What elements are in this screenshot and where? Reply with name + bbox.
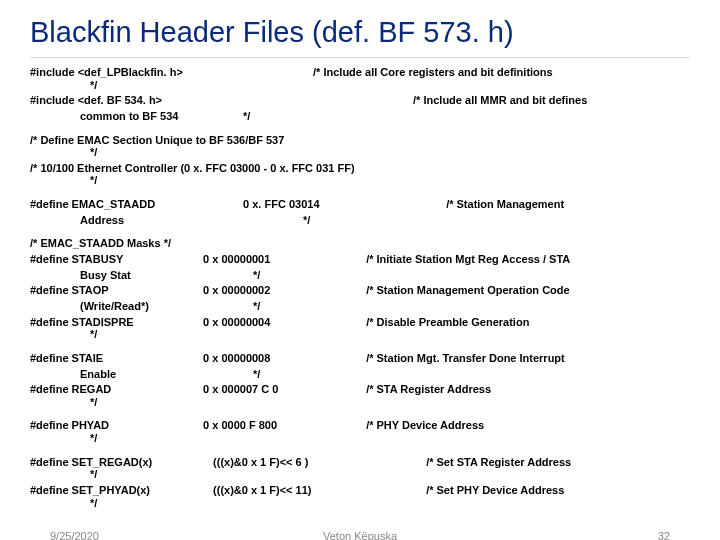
define-value: (((x)&0 x 1 F)<< 11) xyxy=(203,484,423,497)
slide: Blackfin Header Files (def. BF 573. h) #… xyxy=(0,0,720,540)
include-line-2: #include <def. BF 534. h> /* Include all… xyxy=(30,94,690,107)
define-phyad: #define PHYAD 0 x 0000 F 800 /* PHY Devi… xyxy=(30,419,690,432)
comment-end: */ xyxy=(30,174,690,187)
comment-text: /* Station Management xyxy=(446,198,564,211)
include-line-2b: common to BF 534 */ xyxy=(30,110,690,123)
define-value: (((x)&0 x 1 F)<< 6 ) xyxy=(203,456,423,469)
comment-end: */ xyxy=(203,269,363,282)
comment-end: */ xyxy=(30,432,690,445)
define-staie-sub: Enable */ xyxy=(30,368,690,381)
define-name-sub: Enable xyxy=(30,368,200,381)
footer-author: Veton Këpuska xyxy=(323,530,397,540)
section-comment: /* 10/100 Ethernet Controller (0 x. FFC … xyxy=(30,162,690,175)
comment-end: */ xyxy=(243,110,250,122)
code-text: #include <def_LPBlackfin. h> xyxy=(30,66,310,79)
comment-end: */ xyxy=(30,497,690,510)
comment-text: /* Station Management Operation Code xyxy=(366,284,570,297)
footer-date: 9/25/2020 xyxy=(50,530,99,540)
define-emac-staadd: #define EMAC_STAADD 0 x. FFC 03014 /* St… xyxy=(30,198,690,211)
define-name: #define EMAC_STAADD xyxy=(30,198,240,211)
comment-end: */ xyxy=(243,214,323,227)
comment-text: /* Disable Preamble Generation xyxy=(366,316,529,329)
define-emac-staadd-2: Address */ xyxy=(30,214,690,227)
define-name: #define SET_REGAD(x) xyxy=(30,456,200,469)
define-staop-sub: (Write/Read*) */ xyxy=(30,300,690,313)
comment-end: */ xyxy=(30,396,690,409)
comment-end: */ xyxy=(203,300,363,313)
define-value: 0 x. FFC 03014 xyxy=(243,198,443,211)
define-value: 0 x 0000 F 800 xyxy=(203,419,363,432)
comment-end: */ xyxy=(30,328,690,341)
define-staie: #define STAIE 0 x 00000008 /* Station Mg… xyxy=(30,352,690,365)
define-value: 0 x 00000002 xyxy=(203,284,363,297)
define-name-sub: Address xyxy=(30,214,240,227)
define-name: #define STAOP xyxy=(30,284,200,297)
define-value: 0 x 00000001 xyxy=(203,253,363,266)
define-stadispre: #define STADISPRE 0 x 00000004 /* Disabl… xyxy=(30,316,690,329)
define-value: 0 x 00000008 xyxy=(203,352,363,365)
footer-page-number: 32 xyxy=(658,530,670,540)
section-comment: /* Define EMAC Section Unique to BF 536/… xyxy=(30,134,690,147)
define-stabusy: #define STABUSY 0 x 00000001 /* Initiate… xyxy=(30,253,690,266)
comment-text: /* STA Register Address xyxy=(366,383,491,396)
define-value: 0 x 00000004 xyxy=(203,316,363,329)
define-regad: #define REGAD 0 x 000007 C 0 /* STA Regi… xyxy=(30,383,690,396)
comment-text: /* Initiate Station Mgt Reg Access / STA xyxy=(366,253,570,266)
comment-text: /* PHY Device Address xyxy=(366,419,484,432)
comment-end: */ xyxy=(30,146,690,159)
define-name: #define SET_PHYAD(x) xyxy=(30,484,200,497)
comment-end: */ xyxy=(30,468,690,481)
define-name: #define REGAD xyxy=(30,383,200,396)
define-set-regad: #define SET_REGAD(x) (((x)&0 x 1 F)<< 6 … xyxy=(30,456,690,469)
define-name-sub: Busy Stat xyxy=(30,269,200,282)
comment-text: /* Include all Core registers and bit de… xyxy=(313,66,553,79)
define-name: #define STABUSY xyxy=(30,253,200,266)
slide-title: Blackfin Header Files (def. BF 573. h) xyxy=(30,16,690,58)
define-name: #define PHYAD xyxy=(30,419,200,432)
code-text: #include <def. BF 534. h> xyxy=(30,94,410,107)
include-line-1: #include <def_LPBlackfin. h> /* Include … xyxy=(30,66,690,79)
define-staop: #define STAOP 0 x 00000002 /* Station Ma… xyxy=(30,284,690,297)
comment-end: */ xyxy=(30,79,690,92)
slide-body: #include <def_LPBlackfin. h> /* Include … xyxy=(30,66,690,509)
comment-text: /* Station Mgt. Transfer Done Interrupt xyxy=(366,352,565,365)
comment-text: /* Set PHY Device Address xyxy=(426,484,564,497)
define-value: 0 x 000007 C 0 xyxy=(203,383,363,396)
comment-end: */ xyxy=(203,368,363,381)
define-set-phyad: #define SET_PHYAD(x) (((x)&0 x 1 F)<< 11… xyxy=(30,484,690,497)
define-name-sub: (Write/Read*) xyxy=(30,300,200,313)
define-name: #define STAIE xyxy=(30,352,200,365)
comment-text: /* Set STA Register Address xyxy=(426,456,571,469)
comment-text: /* Include all MMR and bit defines xyxy=(413,94,587,107)
code-text: common to BF 534 xyxy=(30,110,240,123)
define-stabusy-sub: Busy Stat */ xyxy=(30,269,690,282)
masks-comment: /* EMAC_STAADD Masks */ xyxy=(30,237,690,250)
define-name: #define STADISPRE xyxy=(30,316,200,329)
